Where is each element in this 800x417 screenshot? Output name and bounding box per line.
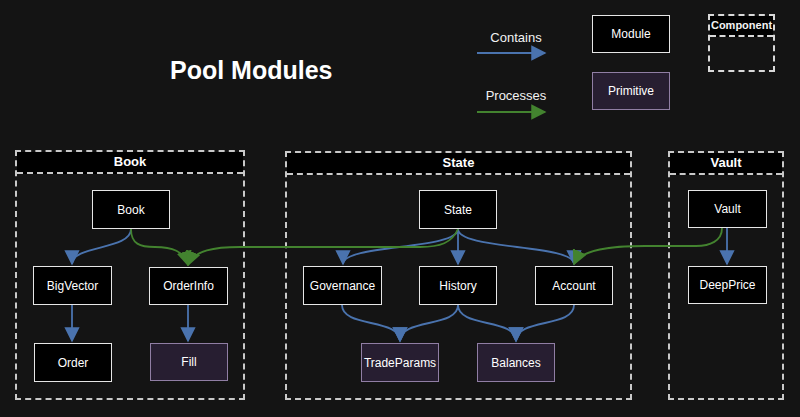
legend-component-label: Component: [710, 16, 773, 37]
node-fill: Fill: [150, 343, 228, 381]
legend-processes-label: Processes: [470, 88, 562, 103]
node-vault: Vault: [688, 190, 767, 228]
diagram-canvas: Pool Modules Contains Processes Module P…: [0, 0, 800, 417]
node-label-state: State: [444, 203, 472, 217]
node-label-history: History: [439, 279, 476, 293]
node-label-book: Book: [117, 203, 144, 217]
node-governance: Governance: [303, 266, 382, 305]
node-label-fill: Fill: [181, 355, 196, 369]
node-label-governance: Governance: [310, 279, 375, 293]
legend-primitive-label: Primitive: [608, 84, 654, 98]
node-state: State: [419, 190, 497, 229]
node-balances: Balances: [477, 343, 555, 382]
node-deepprice: DeepPrice: [688, 266, 767, 304]
node-label-order: Order: [58, 356, 89, 370]
node-label-vault: Vault: [714, 202, 740, 216]
node-label-account: Account: [552, 279, 595, 293]
node-label-deepprice: DeepPrice: [699, 278, 755, 292]
node-account: Account: [535, 266, 613, 305]
container-title-book: Book: [17, 152, 243, 174]
node-tradeparams: TradeParams: [361, 343, 439, 382]
legend-component-box: Component: [708, 14, 775, 72]
node-order: Order: [34, 343, 112, 382]
legend-primitive-box: Primitive: [592, 72, 670, 110]
node-orderinfo: OrderInfo: [149, 267, 228, 305]
node-label-tradeparams: TradeParams: [364, 356, 436, 370]
node-bigvector: BigVector: [33, 266, 112, 305]
node-history: History: [419, 266, 497, 305]
node-label-bigvector: BigVector: [47, 279, 98, 293]
legend-contains-label: Contains: [470, 30, 562, 45]
node-label-balances: Balances: [491, 356, 540, 370]
legend-module-box: Module: [592, 15, 670, 53]
container-title-vault: Vault: [670, 153, 782, 175]
legend-module-label: Module: [611, 27, 650, 41]
node-label-orderinfo: OrderInfo: [163, 279, 214, 293]
container-title-state: State: [287, 153, 630, 175]
page-title: Pool Modules: [170, 56, 333, 85]
node-book: Book: [92, 190, 170, 229]
